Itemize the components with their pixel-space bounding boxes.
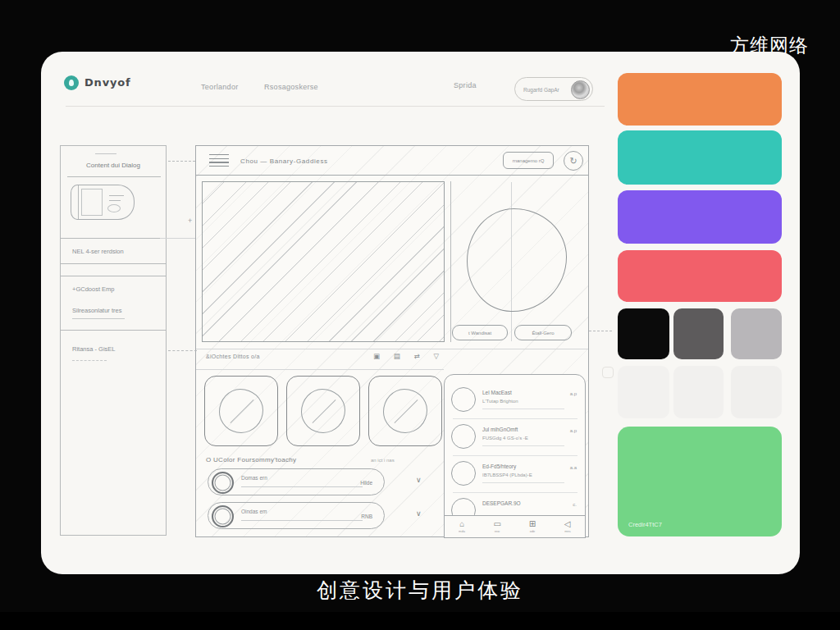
tab-messages[interactable]: ▭ rew xyxy=(485,520,509,533)
plus-mark: + xyxy=(188,217,192,225)
annotation-dash xyxy=(168,161,195,162)
logo-dot xyxy=(69,80,74,86)
device-pane xyxy=(81,189,103,216)
tab-bar: ⌂ mda ▭ rew ⊞ ode ◁ mns xyxy=(444,515,586,538)
thumb-slash xyxy=(313,399,336,423)
item-mark: c. xyxy=(573,502,577,507)
refresh-icon[interactable]: ↻ xyxy=(564,151,583,171)
gallery-view-icon-1[interactable]: ▣ xyxy=(373,352,380,360)
palette-swatch-light-1 xyxy=(618,366,669,418)
sidebar-divider xyxy=(61,263,166,264)
item-name: DESEPGAR.9O xyxy=(482,500,521,506)
panel-divider xyxy=(453,492,578,493)
sidebar-item-3[interactable]: Silreasonlatur tres xyxy=(72,307,121,314)
panel-divider xyxy=(453,418,578,419)
message-icon: ▭ xyxy=(485,520,509,528)
thumb-circle xyxy=(219,389,263,433)
chevron-down-icon[interactable]: ∨ xyxy=(416,509,422,518)
item-underline xyxy=(482,445,564,446)
palette-swatch-teal xyxy=(618,130,782,185)
palette-swatch-green: Credir4TtC7 xyxy=(618,427,782,536)
wireframe-action-button[interactable]: rnanagemo rQ xyxy=(503,152,554,169)
tag-chip-1[interactable]: t Wandisat xyxy=(452,325,508,340)
tab-calendar[interactable]: ⊞ ode xyxy=(520,520,545,533)
user-row-1[interactable]: Domas ern Hilde xyxy=(208,468,385,495)
section-divider xyxy=(196,349,588,349)
panel-item-3[interactable]: Ed-Fd5/hteory IB7LBSSP4 (PLbda)-E a.a xyxy=(445,457,585,494)
hero-image-placeholder xyxy=(202,181,445,342)
item-mark: a.a xyxy=(570,465,577,470)
logo-text: Dnvyof xyxy=(84,76,130,89)
avatar xyxy=(571,80,590,99)
annotation-dash xyxy=(589,331,612,331)
account-label: Rugarfd GapAr xyxy=(523,87,559,93)
nav-item-2[interactable]: Rsosagoskerse xyxy=(264,83,318,91)
annotation-line xyxy=(160,238,195,239)
thumbnail-1[interactable] xyxy=(204,376,278,446)
palette-swatch-dark-gray xyxy=(673,308,724,359)
sidebar-divider xyxy=(61,330,166,331)
tab-home[interactable]: ⌂ mda xyxy=(450,520,474,533)
calendar-icon: ⊞ xyxy=(520,520,545,528)
sidebar-item-1[interactable]: NEL 4-ser rerdsion xyxy=(72,248,124,255)
hamburger-icon[interactable] xyxy=(209,154,229,169)
sidebar-item-subline xyxy=(72,318,125,319)
sidebar-item-2[interactable]: +GCdoost Emp xyxy=(72,285,114,293)
thumb-slash xyxy=(395,399,418,423)
sidebar-item-dash xyxy=(72,360,107,361)
palette-swatch-coral xyxy=(618,250,782,302)
list-panel: Lel MacEast L'Tutap Brighton a.p Jul mih… xyxy=(444,374,586,538)
thumbnail-3[interactable] xyxy=(368,376,442,446)
panel-item-2[interactable]: Jul mihGnOmft FUSGdg 4 GS-o's -E a.p xyxy=(445,420,585,457)
chevron-down-icon[interactable]: ∨ xyxy=(416,476,422,484)
palette-swatch-purple xyxy=(618,190,782,244)
palette-swatch-light-3 xyxy=(731,366,782,418)
row-avatar xyxy=(212,472,234,494)
back-icon: ◁ xyxy=(555,520,580,528)
item-sub: IB7LBSSP4 (PLbda)-E xyxy=(482,472,532,477)
palette-swatch-black xyxy=(618,308,669,359)
tab-back[interactable]: ◁ mns xyxy=(555,520,580,533)
user-row-2[interactable]: Oindas em RNB xyxy=(208,502,385,529)
home-icon: ⌂ xyxy=(450,520,474,528)
item-underline xyxy=(482,482,564,483)
gallery-view-icon-4[interactable]: ▽ xyxy=(433,352,439,360)
item-sub: L'Tutap Brighton xyxy=(482,399,518,404)
item-name: Lel MacEast xyxy=(482,390,512,395)
tab-label: mda xyxy=(452,529,472,533)
row-subline xyxy=(241,486,363,487)
row-badge: RNB xyxy=(361,514,372,519)
swatch-label: Credir4TtC7 xyxy=(628,521,662,528)
header-divider xyxy=(66,106,605,107)
row-name: Domas ern xyxy=(241,475,267,481)
app-card: Dnvyof Teorlandor Rsosagoskerse Sprida R… xyxy=(41,52,800,574)
sidebar-item-4[interactable]: Ritansa - GisEL xyxy=(72,345,116,353)
device-scribble xyxy=(109,200,121,201)
item-sub: FUSGdg 4 GS-o's -E xyxy=(482,436,528,441)
gallery-view-icon-3[interactable]: ⇄ xyxy=(414,352,420,360)
sidebar-divider xyxy=(61,276,166,276)
annotation-dash xyxy=(168,350,197,351)
panel-item-1[interactable]: Lel MacEast L'Tutap Brighton a.p xyxy=(445,383,585,420)
item-avatar xyxy=(451,424,476,449)
annotation-box xyxy=(602,367,614,378)
column-divider xyxy=(450,181,451,342)
nav-item-1[interactable]: Teorlandor xyxy=(201,83,239,91)
search-label[interactable]: Sprida xyxy=(454,81,477,89)
palette-swatch-orange xyxy=(618,73,782,126)
section-divider xyxy=(196,369,444,370)
tab-label: ode xyxy=(523,529,542,533)
logo-icon xyxy=(64,75,79,90)
thumbnail-2[interactable] xyxy=(286,376,360,446)
tab-label: rew xyxy=(487,529,507,533)
item-mark: a.p xyxy=(570,391,577,396)
panel-divider xyxy=(453,455,578,456)
avatar-circle-sketch xyxy=(467,208,567,312)
gallery-view-icon-2[interactable]: ▤ xyxy=(394,352,400,360)
device-sketch xyxy=(71,185,135,220)
row-name: Oindas em xyxy=(241,509,267,514)
item-avatar xyxy=(451,387,476,412)
row-subline xyxy=(241,520,363,521)
account-button[interactable]: Rugarfd GapAr xyxy=(514,77,593,101)
tag-chip-2[interactable]: Étall-Gero xyxy=(514,325,572,340)
